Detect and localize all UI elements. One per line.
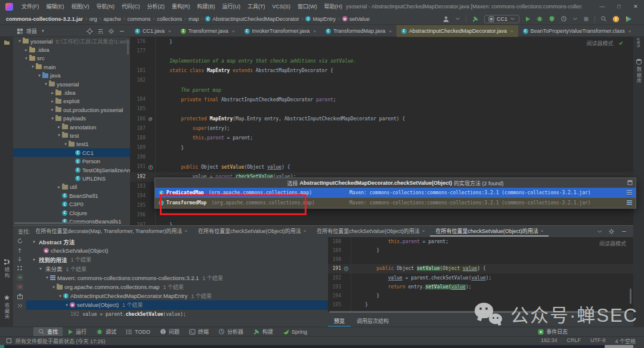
editor-tab[interactable]: CBeanToPropertyValueTransformer.class×	[518, 25, 633, 37]
menu-item[interactable]: VCS(S)	[269, 0, 295, 13]
project-tree-row[interactable]: ▸out.production.ysoserial	[13, 105, 130, 114]
find-header-chevron-icon[interactable]	[597, 228, 602, 235]
debug-button[interactable]	[536, 15, 543, 22]
menu-item[interactable]: 工具(T)	[244, 0, 269, 13]
project-tree-row[interactable]: ▾test	[13, 131, 130, 139]
project-tree-row[interactable]: ▸exploit	[13, 97, 130, 105]
coverage-button[interactable]	[549, 15, 555, 22]
project-tree-row[interactable]: ▾java	[13, 72, 130, 80]
tab-close-icon[interactable]: ×	[628, 29, 631, 34]
tree-arrow-icon[interactable]: ▸	[49, 91, 55, 95]
tree-arrow-icon[interactable]: ▸	[56, 185, 62, 189]
find-tab-close-icon[interactable]: ×	[422, 228, 425, 234]
project-tree-row[interactable]: ▾test1	[13, 140, 130, 148]
tree-arrow-icon[interactable]: ▾	[56, 133, 62, 138]
refresh-toolbar-icon[interactable]	[17, 238, 23, 244]
project-tree-row[interactable]: CURLDNS	[13, 174, 130, 182]
tab-close-icon[interactable]: ×	[313, 29, 316, 34]
find-tab[interactable]: 在所有位置里checkSetValue(Object)的用法×	[311, 226, 430, 237]
project-tree-row[interactable]: CPerson	[13, 157, 130, 165]
tree-arrow-icon[interactable]: ▾	[31, 240, 37, 244]
toolwindow-button-问题[interactable]: 问题	[155, 327, 184, 336]
structure-stripe-button[interactable]: 结构	[0, 259, 13, 278]
project-header-chevron-icon[interactable]: ▾	[40, 29, 46, 33]
project-tree-row[interactable]: ▾ysoserialE:\工作栏\工具\工具集合\1.web工	[13, 37, 130, 45]
tree-arrow-icon[interactable]: ▾	[17, 39, 23, 44]
locate-file-icon[interactable]	[86, 28, 93, 35]
run-button[interactable]	[525, 16, 531, 22]
goRed-toolbar-icon[interactable]	[17, 284, 23, 290]
settings-icon[interactable]	[108, 28, 114, 35]
update-icon[interactable]	[612, 15, 620, 23]
status-widget[interactable]: UTF-8	[590, 337, 606, 345]
status-widget[interactable]: 192:34	[541, 337, 558, 345]
tree-arrow-icon[interactable]: ▾	[64, 303, 70, 307]
toolwindow-button-查找[interactable]: 查找	[33, 327, 63, 336]
breadcrumb-item[interactable]: commons-collections-3.2.1.jar	[6, 16, 83, 22]
minimize-button[interactable]: —	[594, 0, 611, 13]
menu-item[interactable]: 分析(Z)	[144, 0, 169, 13]
project-tree-row[interactable]: CCC1	[13, 148, 130, 157]
project-tree-row[interactable]: ▸util	[13, 183, 130, 191]
ide-play-icon[interactable]	[625, 15, 632, 23]
folder-stripe-button[interactable]	[0, 39, 13, 45]
tree-arrow-icon[interactable]: ▾	[49, 116, 55, 121]
breadcrumb-item[interactable]: org	[89, 16, 97, 22]
toolwindow-button-运行[interactable]: 运行	[63, 327, 91, 336]
tree-arrow-icon[interactable]: ▾	[51, 285, 57, 290]
project-tree-row[interactable]: CBeanShell1	[13, 191, 130, 200]
profiler-button[interactable]	[561, 15, 567, 22]
tab-close-icon[interactable]: ×	[510, 29, 513, 34]
status-widget[interactable]: 4 个空格	[615, 337, 636, 345]
find-tree-row[interactable]: ▾未分类1 个结果	[26, 265, 328, 274]
find-tree-row[interactable]: mcheckSetValue(Object)	[26, 246, 328, 255]
project-tree-row[interactable]: CC3P0	[13, 200, 130, 208]
tree-arrow-icon[interactable]: ▸	[49, 99, 55, 104]
inspection-ok-icon[interactable]: ✔	[619, 40, 624, 46]
find-tab[interactable]: 在所有位置里decorate(Map, Transformer, Transfo…	[30, 226, 193, 237]
preview-tab[interactable]: 调用层次结构	[351, 315, 395, 327]
find-tree-row[interactable]: 192value = parent.checkSetValue(value);	[26, 310, 328, 319]
breadcrumb-item[interactable]: apache	[103, 16, 121, 22]
menu-item[interactable]: 文件(F)	[18, 0, 43, 13]
run-config-selector[interactable]: CC1	[484, 15, 519, 23]
menu-item[interactable]: 帮助(H)	[321, 0, 346, 13]
find-hide-icon[interactable]	[621, 228, 627, 235]
menu-item[interactable]: 构建(B)	[194, 0, 219, 13]
favorites-stripe-button[interactable]: 收藏夹	[0, 294, 13, 320]
tree-arrow-icon[interactable]: ▾	[44, 275, 50, 280]
user-chevron-icon[interactable]	[455, 16, 460, 21]
preview-tab[interactable]: 预览	[328, 315, 351, 327]
tree-arrow-icon[interactable]: ▾	[30, 64, 36, 69]
project-vertical-scrollbar[interactable]	[127, 39, 129, 55]
toolwindow-button-todo[interactable]: TODO	[121, 327, 155, 336]
editor-tab[interactable]: CAbstractInputCheckedMapDecorator.java×	[397, 25, 518, 37]
reader-mode-label[interactable]: 阅读器模式	[587, 39, 614, 47]
breadcrumb-item[interactable]: CAbstractInputCheckedMapDecorator	[205, 16, 299, 22]
project-tree-row[interactable]: CClojure	[13, 209, 130, 217]
group-toolbar-icon[interactable]	[17, 265, 23, 271]
menu-item[interactable]: 编辑(E)	[43, 0, 68, 13]
breadcrumb-item[interactable]: collections	[157, 16, 182, 22]
project-tree-row[interactable]: ▾payloads	[13, 114, 130, 123]
stop-button[interactable]	[583, 16, 589, 22]
find-tree-row[interactable]: ▾msetValue(Object)1 个结果	[26, 300, 328, 309]
find-tree-row[interactable]: ▾org.apache.commons.collections.map1 个结果	[26, 282, 328, 291]
search-everywhere-icon[interactable]	[600, 15, 607, 22]
tree-arrow-icon[interactable]: ▾	[23, 56, 29, 61]
breadcrumb-item[interactable]: CMapEntry	[305, 16, 336, 22]
toolwindow-button-spring[interactable]: Spring	[278, 327, 312, 336]
editor-tab[interactable]: ITransformer.java×	[176, 25, 240, 37]
tree-arrow-icon[interactable]: ▾	[63, 142, 69, 147]
tab-close-icon[interactable]: ×	[168, 29, 171, 34]
editor-tab[interactable]: CInvokerTransformer.java×	[240, 25, 321, 37]
maximize-button[interactable]: □	[611, 0, 627, 13]
preview-reader-mode-label[interactable]: 阅读器模式	[599, 240, 626, 247]
find-tree-row[interactable]: ▾CAbstractInputCheckedMapDecorator.MapEn…	[26, 291, 328, 300]
tab-close-icon[interactable]: ×	[232, 29, 235, 34]
menu-item[interactable]: 代码(C)	[118, 0, 144, 13]
project-tree-row[interactable]: ▾main	[13, 63, 130, 71]
tree-arrow-icon[interactable]: ▾	[43, 82, 49, 86]
project-tree-row[interactable]: ▸.idea	[13, 88, 130, 97]
toolwindow-button-调试[interactable]: 调试	[91, 327, 121, 336]
